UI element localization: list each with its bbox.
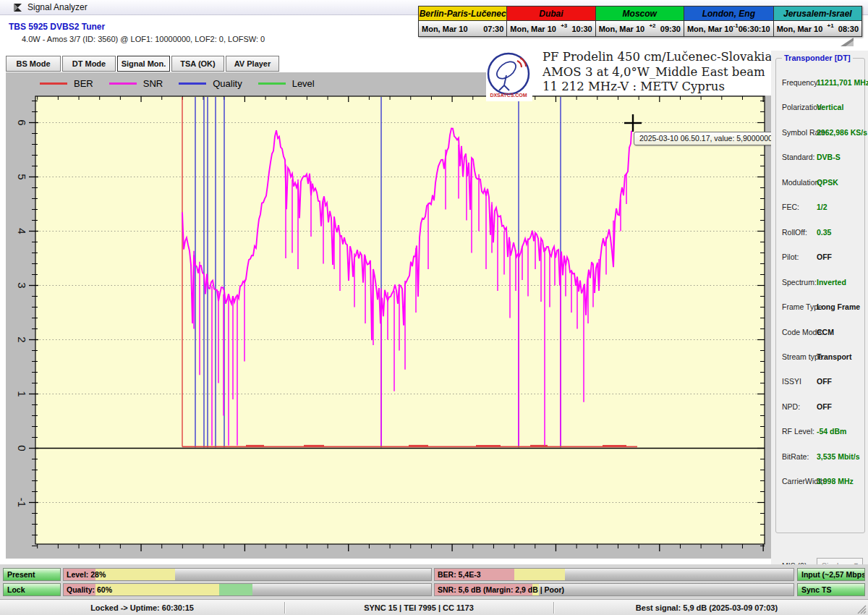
snr-bar: SNR: 5,6 dB (Margin: 2,9 dB | Poor) — [434, 583, 794, 596]
transponder-groupbox: Transponder [DT] Frequency:11211,701 MHz… — [775, 58, 865, 533]
transponder-value: Inverted — [817, 278, 846, 287]
resize-grip-icon[interactable] — [857, 605, 867, 614]
transponder-row-15: BitRate:3,535 Mbit/s — [776, 450, 866, 465]
ber-bar: BER: 5,4E-3 — [434, 568, 794, 581]
transponder-row-4: Modulation:QPSK — [776, 176, 866, 190]
transponder-value: OFF — [817, 253, 832, 261]
transponder-value: CCM — [817, 328, 834, 336]
transponder-row-2: Symbol Rate:2962,986 KS/s — [776, 126, 866, 140]
transponder-panel: Transponder [DT] Frequency:11211,701 MHz… — [771, 51, 868, 566]
present-indicator: Present — [3, 568, 61, 581]
level-bar-label: Level: 28% — [67, 570, 106, 579]
transponder-label: Standard: — [782, 153, 815, 161]
status-divider — [284, 602, 285, 614]
transponder-value: OFF — [817, 402, 832, 411]
annotation-line-3: 11 212 MHz-V : METV Cyprus — [542, 80, 772, 95]
transponder-row-0: Frequency:11211,701 MHz — [776, 76, 866, 90]
status-best-signal: Best signal: 5,9 dB (2025-03-09 07:03) — [553, 600, 860, 615]
quality-bar: Quality: 60% — [63, 583, 432, 596]
input-indicator: Input (~2,57 Mbps) — [797, 568, 865, 581]
lock-indicator: Lock — [3, 583, 61, 596]
level-bar: Level: 28% — [63, 568, 432, 581]
quality-bar-fill — [95, 584, 219, 595]
transponder-row-5: FEC:1/2 — [776, 200, 866, 215]
transponder-row-14: RF Level:-54 dBm — [776, 425, 866, 439]
quality-bar-label: Quality: 60% — [67, 585, 112, 594]
svg-text:5: 5 — [16, 174, 28, 179]
transponder-value: 0.35 — [817, 228, 831, 237]
transponder-label: ISSYI — [782, 377, 801, 386]
dxsatcs-logo: DXSATCS.COM — [486, 51, 532, 101]
transponder-value: 3,998 MHz — [817, 477, 854, 485]
svg-text:4: 4 — [16, 228, 28, 234]
annotation-text: PF Prodelin 450 cm/Lučenec-Slovakia AMOS… — [542, 50, 772, 95]
transponder-value: 1/2 — [817, 203, 827, 211]
snr-bar-label: SNR: 5,6 dB (Margin: 2,9 dB | Poor) — [438, 585, 564, 594]
transponder-row-12: ISSYIOFF — [776, 375, 866, 389]
logo-text: DXSATCS.COM — [490, 93, 527, 98]
svg-text:2: 2 — [16, 336, 28, 342]
transponder-row-8: Spectrum:Inverted — [776, 276, 866, 290]
transponder-label: Spectrum: — [782, 278, 817, 287]
transponder-label: FEC: — [782, 203, 799, 211]
svg-text:6: 6 — [16, 119, 28, 125]
transponder-row-3: Standard:DVB-S — [776, 150, 866, 165]
transponder-value: Long Frame — [817, 302, 860, 311]
transponder-label: Frequency: — [782, 78, 820, 87]
sync-ts-indicator: Sync TS — [797, 583, 865, 596]
transponder-value: OFF — [817, 377, 832, 386]
svg-text:3: 3 — [16, 282, 28, 288]
quality-bar-fill — [219, 584, 252, 595]
transponder-label: NPD: — [782, 402, 800, 411]
ber-bar-fill — [514, 569, 565, 580]
svg-text:-1: -1 — [16, 498, 28, 507]
transponder-label: Pilot: — [782, 253, 799, 261]
transponder-row-10: Code Mode:CCM — [776, 326, 866, 340]
transponder-value: 3,535 Mbit/s — [817, 452, 860, 461]
transponder-value: QPSK — [817, 178, 838, 187]
annotation-line-2: AMOS 3 at 4,0°W_Middle East beam — [542, 65, 772, 80]
svg-text:1: 1 — [16, 391, 28, 396]
status-divider — [553, 602, 554, 614]
transponder-row-9: Frame Type:Long Frame — [776, 300, 866, 315]
level-bar-fill — [95, 569, 175, 580]
transponder-row-6: RollOff:0.35 — [776, 226, 866, 240]
transponder-label: Modulation: — [782, 178, 821, 187]
indicator-strip: Present Lock Level: 28% Quality: 60% BER… — [0, 564, 868, 599]
transponder-row-13: NPD:OFF — [776, 400, 866, 415]
transponder-label: BitRate: — [782, 452, 809, 461]
transponder-row-11: Stream type:Transport — [776, 350, 866, 365]
transponder-title: Transponder [DT] — [782, 54, 853, 62]
annotation-line-1: PF Prodelin 450 cm/Lučenec-Slovakia — [542, 50, 772, 65]
transponder-value: 2962,986 KS/s — [817, 128, 867, 137]
transponder-value: Transport — [817, 352, 851, 361]
transponder-value: 11211,701 MHz — [817, 78, 868, 87]
transponder-value: Vertical — [817, 103, 843, 111]
status-bar: Locked -> Uptime: 60:30:15 SYNC 15 | TEI… — [0, 599, 868, 615]
transponder-label: RollOff: — [782, 228, 807, 237]
ber-bar-label: BER: 5,4E-3 — [438, 570, 481, 579]
transponder-row-7: Pilot:OFF — [776, 250, 866, 265]
transponder-value: DVB-S — [817, 153, 841, 161]
svg-text:0: 0 — [16, 445, 28, 451]
status-sync-counters: SYNC 15 | TEI 7995 | CC 1173 — [284, 600, 553, 615]
status-lock-uptime: Locked -> Uptime: 60:30:15 — [0, 600, 284, 615]
transponder-row-16: CarrierWidth:3,998 MHz — [776, 475, 866, 489]
transponder-label: RF Level: — [782, 427, 814, 436]
transponder-row-1: Polarization:Vertical — [776, 101, 866, 115]
transponder-value: -54 dBm — [817, 427, 846, 436]
